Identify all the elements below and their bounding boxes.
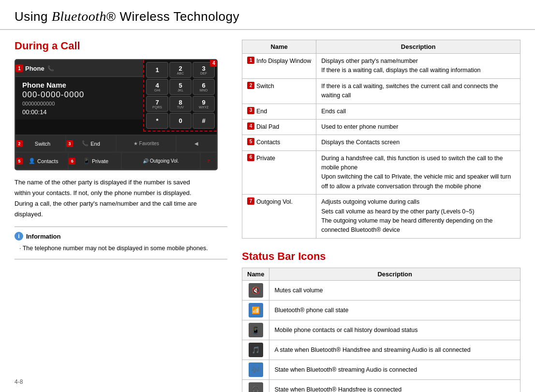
page-number: 4-8 [15, 378, 23, 385]
badge-3: 3 [66, 140, 73, 147]
status-icon-2: 📱 [249, 323, 263, 337]
private-label: Private [92, 158, 108, 164]
dial-6[interactable]: 6MNO [193, 79, 215, 95]
table-row: 3 End Ends call [242, 104, 520, 119]
dial-7[interactable]: 7PQRS [146, 96, 168, 112]
status-row: 📱 Mobile phone contacts or call history … [242, 320, 520, 340]
left-column: During a Call 1 Phone 📞 CHR T▲ Phone Nam… [15, 40, 227, 392]
status-header-desc: Description [269, 268, 520, 280]
table-row: 4 Dial Pad Used to enter phone number [242, 119, 520, 135]
feature-desc-6: Adjusts outgoing volume during callsSets… [316, 195, 520, 239]
feature-desc-5: During a handsfree call, this function i… [316, 151, 520, 195]
phone-label: Phone [25, 65, 45, 72]
status-header-name: Name [242, 268, 269, 280]
feature-desc-3: Used to enter phone number [316, 119, 520, 135]
description-text: The name of the other party is displayed… [15, 177, 227, 220]
table-row: 6 Private During a handsfree call, this … [242, 151, 520, 195]
badge-2: 2 [16, 140, 23, 147]
feature-name-3: 4 Dial Pad [242, 119, 316, 135]
status-row: 📶 Bluetooth® phone call state [242, 300, 520, 320]
outgoing-vol-label: Outgoing Vol. [150, 158, 179, 164]
table-row: 7 Outgoing Vol. Adjusts outgoing volume … [242, 195, 520, 239]
private-button[interactable]: 6 📱 Private [68, 152, 121, 169]
status-bar-title: Status Bar Icons [242, 250, 520, 263]
status-desc-0: Mutes call volume [269, 280, 520, 300]
table-row: 2 Switch If there is a call waiting, swi… [242, 78, 520, 104]
during-call-title: During a Call [15, 40, 227, 52]
feature-name-2: 3 End [242, 104, 316, 119]
status-desc-3: A state when Bluetooth® Handsfree and st… [269, 340, 520, 360]
extra-button[interactable]: ◀ [176, 135, 217, 152]
info-list: The telephone number may not be displaye… [15, 243, 227, 254]
feature-desc-0: Displays other party's name/numberIf the… [316, 54, 520, 79]
status-desc-5: State when Bluetooth® Handsfree is conne… [269, 379, 520, 392]
end-label: End [90, 141, 100, 147]
feature-name-5: 6 Private [242, 151, 316, 195]
table-row: 5 Contacts Displays the Contacts screen [242, 135, 520, 151]
badge-5: 5 [16, 158, 23, 165]
table-header-name: Name [242, 40, 316, 54]
badge-6: 6 [69, 158, 75, 165]
status-icon-0: 🔇 [249, 283, 263, 298]
info-title-text: Information [26, 233, 61, 240]
feature-desc-1: If there is a call waiting, switches the… [316, 78, 520, 104]
dial-hash[interactable]: # [193, 113, 215, 129]
status-icon-4: 🎶 [249, 362, 263, 377]
status-icon-cell-4: 🎶 [242, 360, 269, 379]
feature-desc-4: Displays the Contacts screen [316, 135, 520, 151]
dial-8[interactable]: 8TUV [169, 96, 192, 112]
switch-button[interactable]: 2 Switch [15, 135, 66, 152]
status-icon-3: 🎵 [249, 343, 263, 357]
page-header: Using Bluetooth® Wireless Technology [0, 0, 535, 30]
table-header-desc: Description [316, 40, 520, 54]
dial-star[interactable]: * [146, 113, 168, 129]
badge-3: 3 [247, 107, 254, 114]
contacts-label: Contacts [37, 158, 58, 164]
status-icon-5: 🎧 [249, 382, 263, 392]
badge-4: 4 [247, 122, 254, 130]
dial-5[interactable]: 5JKL [169, 79, 192, 95]
status-desc-4: State when Bluetooth® streaming Audio is… [269, 360, 520, 379]
status-icon-cell-5: 🎧 [242, 379, 269, 392]
outgoing-vol-button[interactable]: 🔊 Outgoing Vol. [121, 152, 200, 169]
end-button[interactable]: 3 📞 End [66, 135, 116, 152]
badge-7-marker: 7 [200, 152, 217, 169]
dial-9[interactable]: 9WXYZ [193, 96, 215, 112]
info-icon: i [15, 232, 23, 241]
dial-4[interactable]: 4GHI [146, 79, 168, 95]
status-icon-1: 📶 [249, 303, 263, 317]
badge-5: 5 [247, 138, 254, 145]
status-icon-cell-0: 🔇 [242, 280, 269, 300]
status-icon-cell-2: 📱 [242, 320, 269, 340]
features-table: Name Description 1 Info Display Window D… [242, 40, 520, 239]
dial-0[interactable]: 0 [169, 113, 192, 129]
badge-6: 6 [247, 154, 254, 161]
status-table: Name Description 🔇 Mutes call volume 📶 B… [242, 268, 520, 392]
feature-name-4: 5 Contacts [242, 135, 316, 151]
feature-name-6: 7 Outgoing Vol. [242, 195, 316, 239]
status-desc-2: Mobile phone contacts or call history do… [269, 320, 520, 340]
info-box: i Information The telephone number may n… [15, 226, 227, 259]
status-desc-1: Bluetooth® phone call state [269, 300, 520, 320]
status-row: 🎵 A state when Bluetooth® Handsfree and … [242, 340, 520, 360]
table-row: 1 Info Display Window Displays other par… [242, 54, 520, 79]
favorites-button[interactable]: ★ Favorites [116, 135, 176, 152]
right-column: Name Description 1 Info Display Window D… [242, 40, 520, 392]
status-icon-cell-1: 📶 [242, 300, 269, 320]
badge-7: 7 [247, 197, 254, 205]
status-row: 🎧 State when Bluetooth® Handsfree is con… [242, 379, 520, 392]
contacts-button[interactable]: 5 👤 Contacts [15, 152, 68, 169]
status-row: 🎶 State when Bluetooth® streaming Audio … [242, 360, 520, 379]
switch-label: Switch [35, 141, 50, 147]
feature-name-0: 1 Info Display Window [242, 54, 316, 79]
info-item-0: The telephone number may not be displaye… [19, 243, 227, 254]
dial-2[interactable]: 2ABC [169, 62, 192, 78]
dial-1[interactable]: 1 [146, 62, 168, 78]
badge-1: 1 [15, 64, 23, 72]
status-row: 🔇 Mutes call volume [242, 280, 520, 300]
feature-desc-2: Ends call [316, 104, 520, 119]
badge-2: 2 [247, 82, 254, 89]
badge-1: 1 [247, 57, 254, 64]
page-title: Using Bluetooth® Wireless Technology [15, 9, 520, 24]
status-icon-cell-3: 🎵 [242, 340, 269, 360]
